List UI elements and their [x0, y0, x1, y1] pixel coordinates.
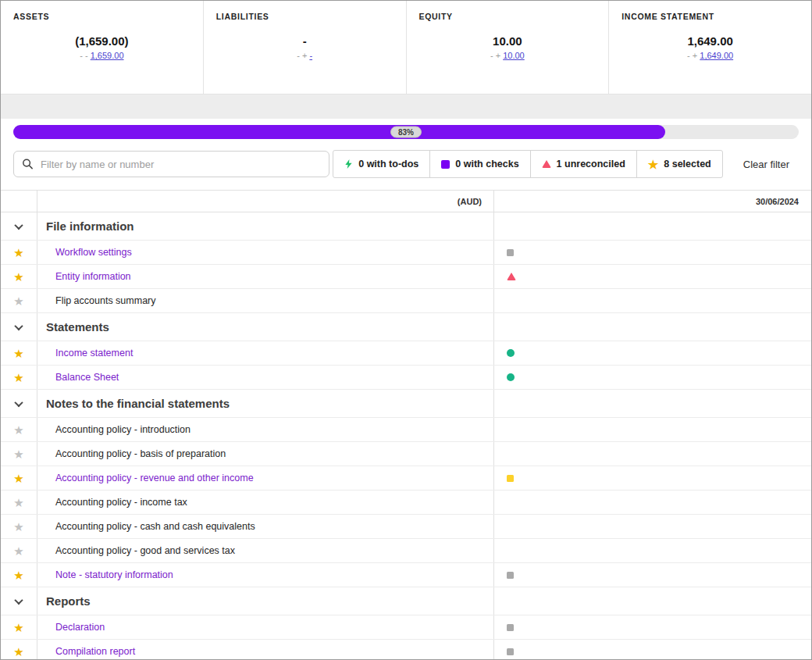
card-sub-prefix: - + [490, 51, 503, 60]
star-icon[interactable]: ★ [13, 448, 23, 460]
row-link[interactable]: Compilation report [55, 646, 135, 657]
table-row: ★ Income statement [1, 341, 811, 366]
clear-filter-button[interactable]: Clear filter [743, 159, 789, 170]
row-label[interactable]: Accounting policy - income tax [55, 497, 187, 508]
filter-todos-button[interactable]: 0 with to-dos [333, 151, 430, 177]
filter-chip-label: 1 unreconciled [557, 159, 625, 169]
card-liabilities: LIABILITIES - - + - [204, 1, 407, 94]
search-input[interactable] [13, 151, 329, 177]
table-row: ★ Compilation report [1, 640, 811, 660]
grey-square-status-icon [507, 572, 514, 579]
card-amount-link[interactable]: - [309, 51, 312, 60]
star-icon[interactable]: ★ [13, 295, 23, 307]
table-row: ★ Accounting policy - good and services … [1, 539, 811, 563]
group-title: Statements [46, 320, 109, 334]
card-value: 1,649.00 [621, 34, 799, 48]
card-amount-link[interactable]: 10.00 [503, 51, 525, 60]
filter-right: 0 with to-dos 0 with checks 1 unreconcil… [333, 150, 799, 178]
row-label[interactable]: Accounting policy - good and services ta… [55, 545, 235, 556]
group-row[interactable]: Reports [1, 587, 811, 615]
card-sub: - + 10.00 [419, 51, 597, 60]
row-label[interactable]: Flip accounts summary [55, 295, 156, 306]
green-circle-status-icon [507, 349, 515, 357]
filter-chip-group: 0 with to-dos 0 with checks 1 unreconcil… [333, 150, 723, 178]
card-value: (1,659.00) [13, 34, 191, 48]
star-icon[interactable]: ★ [13, 473, 23, 484]
search-icon [22, 159, 34, 170]
filter-chip-label: 8 selected [664, 159, 710, 169]
filter-unreconciled-button[interactable]: 1 unreconciled [531, 151, 637, 177]
card-income-statement: INCOME STATEMENT 1,649.00 - + 1,649.00 [609, 1, 811, 94]
group-title: Notes to the financial statements [46, 397, 230, 410]
card-equity: EQUITY 10.00 - + 10.00 [407, 1, 610, 94]
chevron-down-icon[interactable] [14, 321, 23, 330]
card-label: ASSETS [13, 12, 191, 21]
group-title: Reports [46, 594, 91, 608]
row-link[interactable]: Workflow settings [55, 247, 132, 258]
grey-square-status-icon [507, 624, 514, 631]
chevron-down-icon[interactable] [14, 398, 23, 406]
card-sub: - + - [216, 51, 394, 60]
star-icon[interactable]: ★ [13, 247, 23, 259]
square-icon [441, 160, 450, 169]
progress-bar: 83% [13, 125, 799, 139]
currency-header: (AUD) [37, 191, 494, 212]
table-row: ★ Accounting policy - introduction [1, 418, 811, 442]
table-row: ★ Workflow settings [1, 241, 811, 265]
row-label[interactable]: Accounting policy - basis of preparation [55, 448, 226, 459]
grey-square-status-icon [507, 249, 514, 256]
card-sub-prefix: - + [687, 51, 700, 60]
star-icon[interactable]: ★ [13, 372, 23, 384]
card-sub: - - 1,659.00 [13, 51, 191, 60]
star-icon[interactable]: ★ [13, 348, 23, 359]
star-icon[interactable]: ★ [13, 521, 23, 533]
chevron-down-icon[interactable] [14, 220, 23, 229]
table-row: ★ Flip accounts summary [1, 289, 811, 313]
card-value: - [216, 34, 394, 48]
row-link[interactable]: Declaration [55, 622, 105, 633]
table-row: ★ Balance Sheet [1, 366, 811, 390]
card-amount-link[interactable]: 1,649.00 [700, 51, 733, 60]
card-amount-link[interactable]: 1,659.00 [91, 51, 124, 60]
row-link[interactable]: Entity information [55, 271, 131, 282]
filter-selected-button[interactable]: ★ 8 selected [637, 151, 722, 177]
row-link[interactable]: Note - statutory information [55, 569, 173, 580]
filter-chip-label: 0 with checks [455, 159, 518, 169]
progress-badge: 83% [390, 127, 422, 138]
progress-fill [13, 125, 665, 139]
search-box [13, 151, 329, 177]
group-row[interactable]: File information [1, 212, 811, 241]
card-assets: ASSETS (1,659.00) - - 1,659.00 [1, 1, 204, 94]
date-header: 30/06/2024 [494, 191, 811, 212]
star-icon[interactable]: ★ [13, 646, 23, 658]
triangle-icon [542, 160, 551, 168]
grey-square-status-icon [507, 648, 514, 655]
lightning-icon [344, 159, 353, 169]
star-icon[interactable]: ★ [13, 545, 23, 557]
group-row[interactable]: Statements [1, 313, 811, 341]
group-title: File information [46, 219, 134, 233]
yellow-square-status-icon [507, 475, 514, 482]
card-sub-prefix: - + [297, 51, 309, 60]
table-row: ★ Accounting policy - revenue and other … [1, 466, 811, 491]
row-label[interactable]: Accounting policy - introduction [55, 424, 191, 435]
star-icon[interactable]: ★ [13, 424, 23, 436]
row-link[interactable]: Accounting policy - revenue and other in… [55, 473, 254, 483]
star-icon[interactable]: ★ [13, 271, 23, 283]
card-value: 10.00 [419, 34, 597, 48]
star-icon[interactable]: ★ [13, 622, 23, 633]
chevron-down-icon[interactable] [14, 595, 23, 604]
row-link[interactable]: Income statement [55, 348, 133, 359]
workpapers-table: (AUD) 30/06/2024 File information ★ Work… [1, 190, 811, 660]
green-circle-status-icon [507, 373, 515, 381]
filter-checks-button[interactable]: 0 with checks [430, 151, 530, 177]
filter-bar: 0 with to-dos 0 with checks 1 unreconcil… [13, 150, 799, 178]
table-row: ★ Entity information [1, 265, 811, 289]
row-link[interactable]: Balance Sheet [55, 372, 119, 383]
row-label[interactable]: Accounting policy - cash and cash equiva… [55, 521, 255, 532]
star-icon[interactable]: ★ [13, 569, 23, 581]
table-row: ★ Accounting policy - cash and cash equi… [1, 515, 811, 539]
star-icon[interactable]: ★ [13, 497, 23, 508]
filter-chip-label: 0 with to-dos [358, 159, 418, 169]
group-row[interactable]: Notes to the financial statements [1, 390, 811, 418]
